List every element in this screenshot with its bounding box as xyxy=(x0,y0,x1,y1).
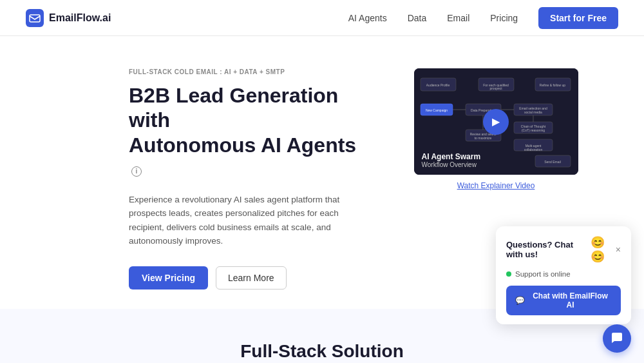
nav-links: AI Agents Data Email Pricing Start for F… xyxy=(348,7,618,29)
watch-explainer-link[interactable]: Watch Explainer Video xyxy=(457,181,535,190)
start-free-button[interactable]: Start for Free xyxy=(538,7,618,29)
learn-more-button[interactable]: Learn More xyxy=(216,266,287,289)
info-icon[interactable]: i xyxy=(131,166,142,177)
logo-icon xyxy=(26,9,44,27)
chat-icon: 💬 xyxy=(515,296,525,305)
nav-pricing[interactable]: Pricing xyxy=(490,13,518,23)
svg-text:Send Email: Send Email xyxy=(544,160,561,164)
svg-text:New Campaign: New Campaign xyxy=(425,108,447,112)
chat-bubble-button[interactable] xyxy=(603,324,631,353)
nav-data[interactable]: Data xyxy=(408,13,427,23)
hero-content: FULL-STACK COLD EMAIL : AI + DATA + SMTP… xyxy=(129,68,374,289)
svg-text:collaboration: collaboration xyxy=(524,148,542,152)
hero-description: Experience a revolutionary AI sales agen… xyxy=(129,193,374,248)
svg-text:Audience Profile: Audience Profile xyxy=(426,83,450,87)
fullstack-title: Full-Stack Solution xyxy=(26,341,618,362)
chat-widget: Questions? Chat with us! 😊😊 × Support is… xyxy=(496,226,631,324)
svg-text:to maximize: to maximize xyxy=(474,136,491,140)
hero-buttons: View Pricing Learn More xyxy=(129,266,374,289)
chat-emojis: 😊😊 xyxy=(591,235,613,264)
logo-text: EmailFlow.ai xyxy=(49,12,111,24)
svg-text:prospect: prospect xyxy=(489,86,502,90)
svg-text:social media: social media xyxy=(524,110,542,114)
hero-title: B2B Lead Generation with Autonomous AI A… xyxy=(129,83,374,182)
hero-tag: FULL-STACK COLD EMAIL : AI + DATA + SMTP xyxy=(129,68,374,75)
svg-text:(CoT) reasoning: (CoT) reasoning xyxy=(521,128,544,132)
video-thumbnail[interactable]: Audience Profile For each qualified pros… xyxy=(414,68,578,175)
nav-email[interactable]: Email xyxy=(447,13,469,23)
svg-text:Refine & follow up: Refine & follow up xyxy=(539,83,565,87)
chat-header: Questions? Chat with us! 😊😊 × xyxy=(506,235,621,264)
nav-ai-agents[interactable]: AI Agents xyxy=(348,13,387,23)
svg-rect-0 xyxy=(30,15,40,22)
chat-btn-label: Chat with EmailFlow AI xyxy=(529,291,612,309)
navbar: EmailFlow.ai AI Agents Data Email Pricin… xyxy=(0,0,644,36)
status-indicator xyxy=(506,271,511,277)
chat-status: Support is online xyxy=(506,270,621,278)
play-button[interactable]: ▶ xyxy=(483,109,509,135)
video-label: AI Agent Swarm Workflow Overview xyxy=(422,152,481,168)
chat-with-ai-button[interactable]: 💬 Chat with EmailFlow AI xyxy=(506,286,621,315)
logo[interactable]: EmailFlow.ai xyxy=(26,9,111,27)
chat-title: Questions? Chat with us! xyxy=(506,240,591,259)
hero-video: Audience Profile For each qualified pros… xyxy=(412,68,580,190)
chat-status-text: Support is online xyxy=(515,270,571,278)
view-pricing-button[interactable]: View Pricing xyxy=(129,266,208,289)
chat-close-button[interactable]: × xyxy=(616,244,621,255)
